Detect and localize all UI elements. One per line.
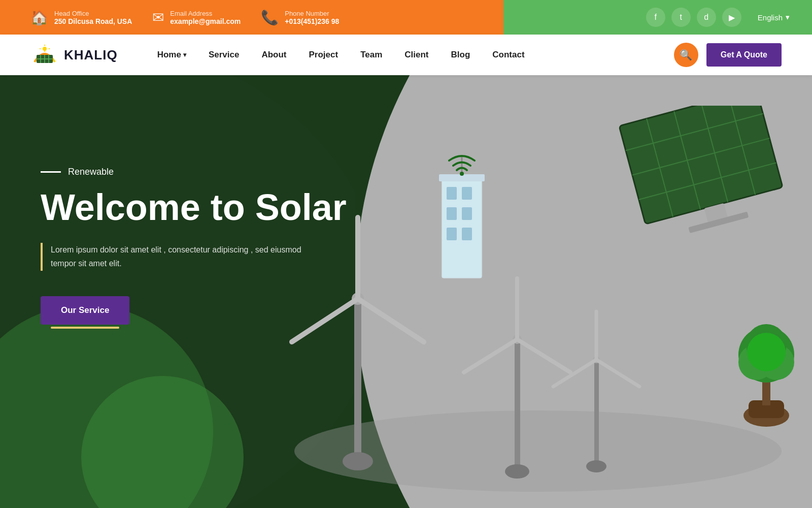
nav-client[interactable]: Client bbox=[395, 46, 437, 64]
quote-button[interactable]: Get A Quote bbox=[706, 43, 782, 67]
logo[interactable]: KHALIQ bbox=[30, 41, 118, 69]
svg-rect-32 bbox=[462, 187, 472, 200]
language-label: English bbox=[758, 13, 783, 22]
nav-home[interactable]: Home ▾ bbox=[148, 46, 195, 64]
youtube-icon[interactable]: ▶ bbox=[722, 8, 741, 27]
svg-point-18 bbox=[505, 464, 529, 479]
nav-blog[interactable]: Blog bbox=[442, 46, 480, 64]
email-info: ✉ Email Address example@gmail.com bbox=[152, 9, 241, 26]
svg-point-24 bbox=[586, 460, 606, 472]
chevron-down-icon: ▾ bbox=[183, 51, 186, 58]
subtitle-line bbox=[41, 171, 61, 173]
logo-icon bbox=[30, 41, 59, 69]
office-label: Head Office bbox=[54, 10, 132, 17]
facebook-icon[interactable]: f bbox=[646, 8, 665, 27]
twitter-icon[interactable]: t bbox=[671, 8, 691, 27]
nav-project[interactable]: Project bbox=[300, 46, 348, 64]
phone-info: 📞 Phone Number +013(451)236 98 bbox=[261, 9, 339, 26]
home-icon: 🏠 bbox=[30, 9, 48, 26]
hero-content: Renewable Welcome to Solar Lorem ipsum d… bbox=[41, 167, 347, 325]
svg-rect-33 bbox=[447, 207, 457, 220]
phone-label: Phone Number bbox=[285, 10, 339, 17]
svg-rect-11 bbox=[354, 299, 361, 461]
svg-point-12 bbox=[343, 452, 373, 470]
svg-rect-17 bbox=[515, 339, 520, 471]
our-service-button[interactable]: Our Service bbox=[41, 296, 129, 325]
social-links: f t d ▶ English ▾ bbox=[634, 8, 812, 27]
hero-subtitle: Renewable bbox=[41, 167, 347, 177]
top-bar-info: 🏠 Head Office 250 Dilcusa Road, USA ✉ Em… bbox=[0, 9, 634, 26]
svg-rect-34 bbox=[462, 207, 472, 220]
hero-description: Lorem ipsum dolor sit amet elit , consec… bbox=[41, 243, 325, 270]
email-icon: ✉ bbox=[152, 9, 164, 26]
chevron-down-icon: ▾ bbox=[786, 13, 790, 22]
svg-rect-23 bbox=[594, 360, 599, 466]
office-info: 🏠 Head Office 250 Dilcusa Road, USA bbox=[30, 9, 132, 26]
phone-icon: 📞 bbox=[261, 9, 279, 26]
top-bar: 🏠 Head Office 250 Dilcusa Road, USA ✉ Em… bbox=[0, 0, 812, 35]
navbar: KHALIQ Home ▾ Service About Project Team… bbox=[0, 35, 812, 75]
hero-section: Renewable Welcome to Solar Lorem ipsum d… bbox=[0, 75, 812, 508]
office-value: 250 Dilcusa Road, USA bbox=[54, 17, 132, 25]
search-button[interactable]: 🔍 bbox=[674, 43, 698, 67]
phone-value: +013(451)236 98 bbox=[285, 17, 339, 25]
svg-point-10 bbox=[294, 410, 782, 492]
email-label: Email Address bbox=[170, 10, 241, 17]
svg-line-27 bbox=[596, 360, 639, 387]
svg-rect-31 bbox=[447, 187, 457, 200]
nav-about[interactable]: About bbox=[252, 46, 295, 64]
language-selector[interactable]: English ▾ bbox=[748, 13, 800, 22]
svg-point-38 bbox=[460, 172, 464, 176]
svg-rect-36 bbox=[462, 228, 472, 240]
svg-line-22 bbox=[464, 339, 517, 372]
search-icon: 🔍 bbox=[680, 49, 692, 61]
email-value: example@gmail.com bbox=[170, 17, 241, 25]
svg-point-56 bbox=[747, 333, 786, 371]
logo-text: KHALIQ bbox=[64, 47, 118, 63]
nav-links: Home ▾ Service About Project Team Client… bbox=[148, 46, 674, 64]
nav-service[interactable]: Service bbox=[199, 46, 249, 64]
svg-line-15 bbox=[358, 299, 424, 342]
svg-point-5 bbox=[43, 47, 47, 51]
nav-team[interactable]: Team bbox=[351, 46, 391, 64]
svg-line-21 bbox=[517, 339, 570, 372]
dribbble-icon[interactable]: d bbox=[697, 8, 716, 27]
hero-title: Welcome to Solar bbox=[41, 187, 347, 228]
nav-contact[interactable]: Contact bbox=[483, 46, 533, 64]
svg-rect-39 bbox=[619, 106, 783, 224]
nav-actions: 🔍 Get A Quote bbox=[674, 43, 782, 67]
svg-rect-35 bbox=[447, 228, 457, 240]
